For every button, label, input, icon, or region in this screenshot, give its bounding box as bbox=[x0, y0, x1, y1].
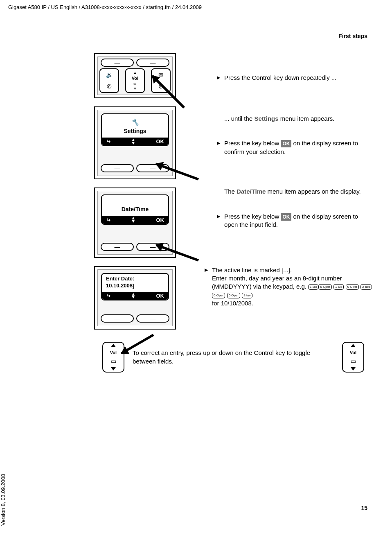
book-icon: ▭ bbox=[133, 82, 137, 86]
phone-graphic-3: Date/Time ↵ ▲▼ OK — — bbox=[94, 187, 184, 257]
back-icon: ↵ bbox=[106, 217, 110, 223]
vol-key-right-wrapper: Vol ▭ bbox=[342, 342, 364, 373]
instruction-text: Press the key below OK on the display sc… bbox=[217, 139, 372, 156]
softkey-bar: ↵ ▲▼ OK bbox=[102, 216, 168, 224]
page-number: 15 bbox=[361, 505, 367, 511]
phone-graphic-2: 🔧 Settings ↵ ▲▼ OK — — bbox=[94, 106, 184, 179]
page-header: Gigaset A580 IP / US English / A31008-xx… bbox=[8, 4, 202, 10]
instruction-text: Press the key below OK on the display sc… bbox=[217, 212, 372, 229]
down-arrow-icon bbox=[351, 367, 356, 370]
step-row-3: Date/Time ↵ ▲▼ OK — — bbox=[94, 187, 372, 257]
phone-display-settings: 🔧 Settings ↵ ▲▼ OK bbox=[101, 113, 169, 146]
phone-graphic-4: Enter Date: 10.10.2008] ↵ ▲▼ OK — — bbox=[94, 266, 184, 330]
key-0: 0 Oper bbox=[227, 293, 240, 298]
key-0: 0 Oper bbox=[318, 284, 331, 290]
book-icon: ▭ bbox=[111, 358, 116, 364]
key-2: 2 abc bbox=[360, 284, 372, 290]
updown-icon: ▲▼ bbox=[131, 217, 135, 223]
key-0: 0 Oper bbox=[212, 293, 225, 298]
section-title: First steps bbox=[338, 33, 367, 39]
speaker-icon: 🔉 bbox=[106, 72, 113, 78]
enter-date-value: 10.10.2008] bbox=[104, 282, 166, 289]
step-row-2: 🔧 Settings ↵ ▲▼ OK — — bbox=[94, 106, 372, 179]
bottom-correction-row: Vol ▭ To correct an entry, press up or d… bbox=[94, 342, 372, 373]
ok-badge: OK bbox=[281, 140, 291, 147]
softkey-left: — bbox=[101, 59, 134, 67]
vol-control-key-left: Vol ▭ bbox=[102, 342, 124, 373]
ok-label: OK bbox=[156, 217, 164, 223]
softkey-bar: ↵ ▲▼ OK bbox=[102, 138, 168, 145]
instruction-3: The Date/Time menu item appears on the d… bbox=[184, 187, 372, 241]
instruction-4: The active line is marked [...]. Enter m… bbox=[184, 266, 372, 320]
vol-label: Vol bbox=[110, 350, 117, 355]
phone-display-datetime: Date/Time ↵ ▲▼ OK bbox=[101, 194, 169, 224]
call-icon: ✆ bbox=[107, 83, 112, 90]
instruction-text: The active line is marked [...]. Enter m… bbox=[205, 266, 372, 307]
phone-display-enter-date: Enter Date: 10.10.2008] ↵ ▲▼ OK bbox=[101, 273, 169, 300]
ok-badge: OK bbox=[281, 213, 291, 221]
key-1: 1 ωο bbox=[308, 284, 318, 290]
instruction-2: ... until the Settings menu item appears… bbox=[184, 106, 372, 168]
up-arrow-icon bbox=[111, 344, 116, 347]
content-area: — — 🔉 ✆ ▲ Vol ▭ ▼ bbox=[94, 53, 372, 373]
instruction-text: The Date/Time menu item appears on the d… bbox=[217, 187, 372, 196]
screen-title-datetime: Date/Time bbox=[105, 206, 165, 212]
phone-graphic-1: — — 🔉 ✆ ▲ Vol ▭ ▼ bbox=[94, 53, 184, 98]
softkey-left: — bbox=[101, 314, 134, 323]
back-icon: ↵ bbox=[106, 293, 110, 299]
softkey-left: — bbox=[101, 164, 134, 172]
vol-label: Vol bbox=[350, 350, 356, 355]
ok-label: OK bbox=[156, 138, 164, 145]
version-text: Version 8, 03.09.2008 bbox=[0, 474, 6, 526]
enter-date-label: Enter Date: bbox=[104, 276, 166, 282]
step-row-1: — — 🔉 ✆ ▲ Vol ▭ ▼ bbox=[94, 53, 372, 98]
softkey-bar: ↵ ▲▼ OK bbox=[102, 292, 168, 300]
back-icon: ↵ bbox=[106, 138, 110, 145]
key-0: 0 Oper bbox=[346, 284, 359, 290]
softkey-right: — bbox=[136, 314, 169, 323]
vol-key-left-wrapper: Vol ▭ bbox=[102, 342, 124, 373]
key-8: 8 tuv bbox=[242, 293, 252, 298]
updown-icon: ▲▼ bbox=[131, 293, 135, 299]
softkey-right: — bbox=[136, 59, 169, 67]
instruction-text: Press the Control key down repeatedly ..… bbox=[217, 74, 372, 82]
up-arrow-icon bbox=[351, 344, 356, 347]
settings-icon: 🔧 bbox=[105, 118, 165, 126]
screen-title-settings: Settings bbox=[105, 128, 165, 134]
instruction-1: Press the Control key down repeatedly ..… bbox=[184, 53, 372, 94]
down-arrow-icon bbox=[111, 367, 116, 370]
instruction-text: ... until the Settings menu item appears… bbox=[217, 115, 372, 123]
control-key: ▲ Vol ▭ ▼ bbox=[125, 68, 145, 93]
updown-icon: ▲▼ bbox=[131, 138, 135, 145]
book-icon: ▭ bbox=[351, 358, 356, 364]
step-row-4: Enter Date: 10.10.2008] ↵ ▲▼ OK — — bbox=[94, 266, 372, 330]
ok-label: OK bbox=[156, 293, 164, 299]
key-1: 1 ωο bbox=[333, 284, 344, 290]
vol-control-key-right: Vol ▭ bbox=[342, 342, 364, 373]
bottom-instruction: To correct an entry, press up or down on… bbox=[133, 349, 334, 366]
softkey-left: — bbox=[101, 243, 134, 251]
left-keys: 🔉 ✆ bbox=[99, 68, 119, 93]
